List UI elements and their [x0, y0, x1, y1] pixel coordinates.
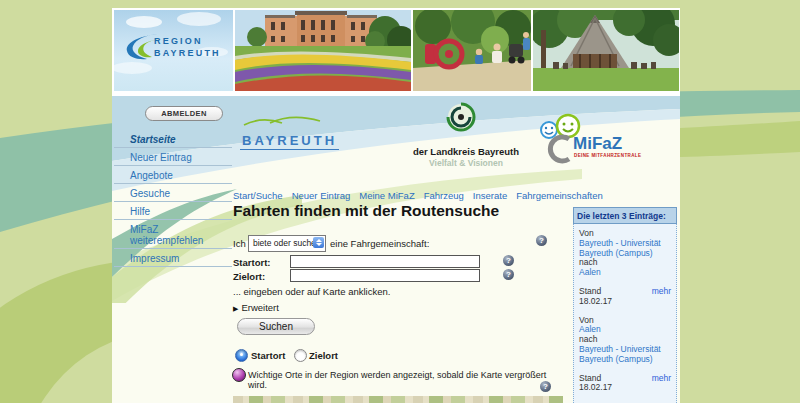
entry-from-link[interactable]: Bayreuth - Universität Bayreuth (Campus) [579, 239, 671, 259]
recent-entries-panel: Die letzten 3 Einträge: VonBayreuth - Un… [573, 207, 677, 403]
recent-entry: VonBayreuth - Universität Bayreuth (Camp… [579, 229, 671, 307]
nav-link-fahrgemeinschaften[interactable]: Fahrgemeinschaften [516, 190, 603, 201]
abmelden-button[interactable]: ABMELDEN [145, 106, 223, 121]
main-nav: Start/SucheNeuer EintragMeine MiFaZFahrz… [233, 185, 653, 203]
nav-link-fahrzeug[interactable]: Fahrzeug [424, 190, 464, 201]
startort-input[interactable] [290, 255, 480, 268]
sidebar-item-angebote[interactable]: Angebote [114, 166, 232, 184]
offer-seek-select[interactable]: biete oder suche [248, 235, 326, 252]
help-icon[interactable]: ? [503, 255, 514, 266]
landkreis-logo-slogan: Vielfalt & Visionen [400, 158, 532, 168]
entry-mehr-link[interactable]: mehr [652, 287, 671, 297]
sidebar-item-hilfe[interactable]: Hilfe [114, 202, 232, 220]
map-marker-icon [232, 368, 246, 382]
region-logo-panel: REGION BAYREUTH [114, 10, 233, 91]
radio-zielort-label: Zielort [309, 350, 338, 361]
page-title: Fahrten finden mit der Routensuche [233, 202, 499, 220]
radio-startort[interactable] [235, 349, 248, 362]
photo-festspielhaus [235, 10, 411, 91]
sidebar-item-neuer-eintrag[interactable]: Neuer Eintrag [114, 148, 232, 166]
recent-entries: VonBayreuth - Universität Bayreuth (Camp… [573, 224, 677, 403]
hills-icon [240, 115, 330, 127]
screen: REGION BAYREUTH [0, 0, 800, 403]
entry-date: 18.02.17 [579, 297, 671, 307]
help-icon[interactable]: ? [540, 381, 551, 392]
map-preview-strip[interactable] [233, 396, 563, 403]
entry-date: 18.02.17 [579, 383, 671, 393]
photo-museum-house [533, 10, 679, 91]
radio-zielort[interactable] [294, 349, 307, 362]
nav-link-meine-mifaz[interactable]: Meine MiFaZ [359, 190, 414, 201]
triangle-right-icon: ▶ [233, 305, 238, 312]
erweitert-label: Erweitert [241, 302, 278, 313]
fahrgemeinschaft-label: eine Fahrgemeinschaft: [330, 238, 429, 249]
recent-entry: VonAalennachBayreuth - Universität Bayre… [579, 316, 671, 394]
help-icon[interactable]: ? [536, 235, 547, 246]
mifaz-logo-text: MiFaZ [573, 134, 622, 154]
ich-label: Ich [233, 238, 246, 249]
entry-to-link[interactable]: Aalen [579, 268, 671, 278]
landkreis-swirl-icon [446, 102, 476, 132]
bayreuth-city-logo: BAYREUTH [240, 113, 370, 150]
sidebar-menu: StartseiteNeuer EintragAngeboteGesucheHi… [114, 130, 232, 267]
nav-link-inserate[interactable]: Inserate [473, 190, 507, 201]
select-stepper-icon [313, 237, 324, 248]
help-icon[interactable]: ? [503, 269, 514, 280]
radio-startort-label: Startort [251, 350, 285, 361]
erweitert-toggle[interactable]: ▶Erweitert [233, 302, 279, 313]
page: REGION BAYREUTH [112, 8, 680, 403]
bayreuth-city-logo-text: BAYREUTH [240, 133, 339, 150]
mifaz-logo-slogan: DEINE MITFAHRZENTRALE [574, 153, 641, 158]
sidebar-item-mifaz-weiterempfehlen[interactable]: MiFaZ weiterempfehlen [114, 220, 232, 249]
region-logo-line1: REGION [154, 36, 203, 47]
landkreis-logo-text: der Landkreis Bayreuth [400, 146, 532, 157]
recent-entries-title: Die letzten 3 Einträge: [573, 207, 677, 224]
entry-mehr-link[interactable]: mehr [652, 374, 671, 384]
nav-link-neuer-eintrag[interactable]: Neuer Eintrag [292, 190, 351, 201]
photo-playground [413, 10, 531, 91]
suchen-button[interactable]: Suchen [237, 318, 315, 335]
map-entry-hint: ... eingeben oder auf Karte anklicken. [233, 286, 390, 297]
sidebar-item-gesuche[interactable]: Gesuche [114, 184, 232, 202]
zielort-input[interactable] [290, 269, 480, 282]
select-value: biete oder suche [253, 238, 316, 248]
map-note: Wichtige Orte in der Region werden angez… [248, 370, 548, 390]
sidebar-item-impressum[interactable]: Impressum [114, 249, 232, 267]
startort-label: Startort: [233, 257, 270, 268]
entry-to-link[interactable]: Bayreuth - Universität Bayreuth (Campus) [579, 345, 671, 365]
zielort-label: Zielort: [233, 271, 265, 282]
region-logo-line2: BAYREUTH [154, 48, 221, 59]
sidebar-item-startseite[interactable]: Startseite [114, 130, 232, 148]
nav-link-start-suche[interactable]: Start/Suche [233, 190, 283, 201]
